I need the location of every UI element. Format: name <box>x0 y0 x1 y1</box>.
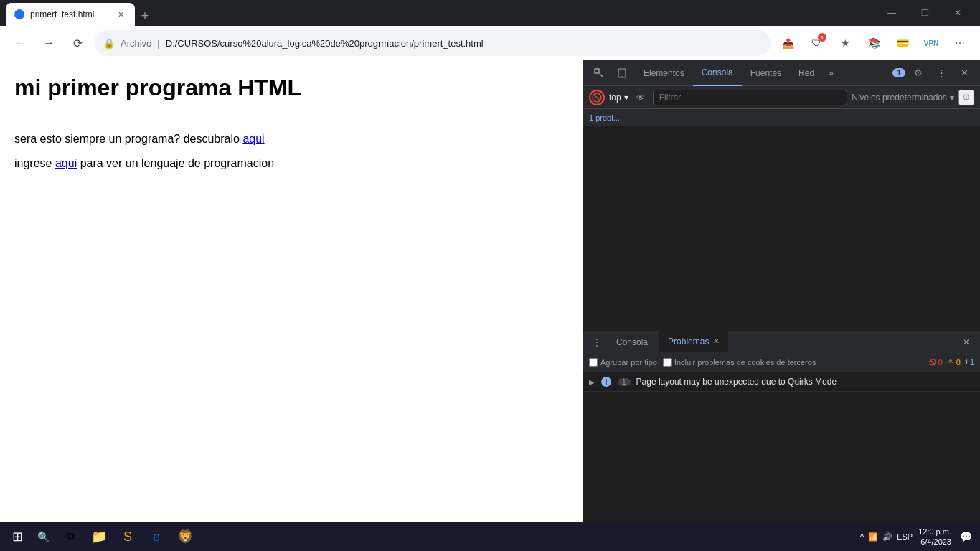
page-line2: ingrese aqui para ver un lenguaje de pro… <box>14 154 568 173</box>
taskbar-app-explorer[interactable]: 📁 <box>86 524 112 550</box>
security-icon: 🔒 <box>103 38 115 49</box>
maximize-button[interactable]: ❐ <box>908 1 941 24</box>
address-bar-wrap: 🔒 Archivo | D:/CURSOS/curso%20alura_logi… <box>95 30 771 56</box>
search-button[interactable]: 🔍 <box>32 525 55 548</box>
levels-selector[interactable]: Niveles predeterminados ▾ <box>852 93 954 103</box>
tray-volume[interactable]: 🔊 <box>882 532 892 542</box>
include-cookies-label[interactable]: Incluir problemas de cookies de terceros <box>663 358 816 367</box>
problems-count: 0 ⚠ 0 ℹ 1 <box>929 357 974 367</box>
clear-console-button[interactable] <box>589 90 605 105</box>
taskbar-app-sublime[interactable]: S <box>115 524 141 550</box>
devtools-toolbar: Elementos Consola Fuentes Red » 1 ⚙ ⋮ ✕ <box>583 60 980 86</box>
taskbar-app-edge[interactable]: e <box>143 524 169 550</box>
svg-line-9 <box>930 360 935 364</box>
devtools-right-controls: 1 ⚙ ⋮ ✕ <box>892 63 974 83</box>
tab-fuentes[interactable]: Fuentes <box>742 60 790 86</box>
menu-button[interactable]: ⋯ <box>948 32 971 55</box>
more-bottom-tabs-button[interactable]: ⋮ <box>589 334 605 350</box>
taskbar-app-taskview[interactable]: ⧉ <box>57 524 83 550</box>
share-button[interactable]: 📤 <box>776 32 799 55</box>
page-link-1[interactable]: aqui <box>242 133 264 145</box>
devtools-more-button[interactable]: ⋮ <box>931 63 951 83</box>
taskbar-app-brave[interactable]: 🦁 <box>172 524 198 550</box>
problem-row[interactable]: ▶ i 1 Page layout may be unexpected due … <box>583 372 980 392</box>
filter-input[interactable] <box>653 90 848 105</box>
bottom-tab-problemas[interactable]: Problemas ✕ <box>659 331 728 353</box>
tab-elementos[interactable]: Elementos <box>635 60 693 86</box>
group-by-type-checkbox[interactable] <box>589 358 598 367</box>
devtools-close-button[interactable]: ✕ <box>954 63 974 83</box>
problem-text: Page layout may be unexpected due to Qui… <box>636 377 837 387</box>
console-content <box>583 126 980 331</box>
tray-network[interactable]: 📶 <box>868 532 878 542</box>
close-problemas-tab[interactable]: ✕ <box>713 336 720 346</box>
tab-consola[interactable]: Consola <box>693 60 742 86</box>
problem-info-icon: i <box>601 377 611 387</box>
start-button[interactable]: ⊞ <box>6 525 29 548</box>
new-tab-button[interactable]: + <box>135 6 155 26</box>
bottom-tabs: ⋮ Consola Problemas ✕ ✕ <box>583 331 980 352</box>
devtools-tabs: Elementos Consola Fuentes Red » <box>635 60 890 86</box>
extensions-button[interactable]: 🛡 1 <box>805 32 828 55</box>
svg-line-4 <box>594 95 600 100</box>
close-bottom-panel-button[interactable]: ✕ <box>958 334 974 350</box>
inspect-element-button[interactable] <box>589 63 609 83</box>
clock[interactable]: 12:0 p.m. 6/4/2023 <box>918 527 951 547</box>
close-button[interactable]: ✕ <box>941 1 974 24</box>
page-line1: sera esto siempre un programa? descubral… <box>14 130 568 149</box>
tray-expand[interactable]: ^ <box>860 532 864 541</box>
problems-panel: Agrupar por tipo Incluir problemas de co… <box>583 352 980 551</box>
device-mode-button[interactable] <box>612 63 632 83</box>
group-by-type-label[interactable]: Agrupar por tipo <box>589 358 657 367</box>
page-content: sera esto siempre un programa? descubral… <box>14 130 568 172</box>
tab-favicon <box>14 9 24 19</box>
forward-button[interactable]: → <box>37 32 60 55</box>
info-count: ℹ 1 <box>965 357 974 367</box>
nav-right-buttons: 📤 🛡 1 ★ 📚 💳 VPN ⋯ <box>776 32 971 55</box>
bottom-tab-consola[interactable]: Consola <box>608 331 656 353</box>
browser-viewport: mi primer programa HTML sera esto siempr… <box>0 60 583 551</box>
refresh-button[interactable]: ⟳ <box>66 32 89 55</box>
problem-count-badge: 1 <box>618 378 631 386</box>
include-cookies-checkbox[interactable] <box>663 358 672 367</box>
tray-language[interactable]: ESP <box>897 532 913 541</box>
tab-bar: primert_test.html ✕ + <box>6 0 155 26</box>
minimize-button[interactable]: — <box>875 1 908 24</box>
main-area: mi primer programa HTML sera esto siempr… <box>0 60 980 551</box>
tab-close-button[interactable]: ✕ <box>115 9 126 20</box>
taskbar-right: ^ 📶 🔊 ESP 12:0 p.m. 6/4/2023 💬 <box>860 527 974 547</box>
active-tab[interactable]: primert_test.html ✕ <box>6 3 135 26</box>
taskbar: ⊞ 🔍 ⧉ 📁 S e 🦁 ^ 📶 🔊 ESP 12:0 p.m. 6/4/20… <box>0 522 980 551</box>
notification-badge: 1 <box>818 33 826 42</box>
svg-rect-1 <box>618 69 626 77</box>
favorites-button[interactable]: ★ <box>834 32 857 55</box>
problem-icon-wrap: i <box>600 377 612 387</box>
protocol-label: Archivo <box>121 38 151 49</box>
problems-toolbar: Agrupar por tipo Incluir problemas de co… <box>583 352 980 372</box>
page-title: mi primer programa HTML <box>14 75 568 101</box>
console-toolbar: top ▾ 👁 Niveles predeterminados ▾ ⚙ <box>583 86 980 109</box>
console-settings-button[interactable]: ⚙ <box>958 90 974 105</box>
devtools-badge: 1 <box>892 68 905 77</box>
eye-button[interactable]: 👁 <box>633 90 649 105</box>
issues-bar: 1 probl... <box>583 109 980 126</box>
notification-button[interactable]: 💬 <box>957 528 974 545</box>
expand-icon: ▶ <box>589 378 595 386</box>
collections-button[interactable]: 📚 <box>862 32 885 55</box>
browser-window: primert_test.html ✕ + — ❐ ✕ ← → ⟳ 🔒 Arch… <box>0 0 980 551</box>
devtools-settings-button[interactable]: ⚙ <box>908 63 928 83</box>
svg-rect-0 <box>595 69 599 73</box>
wallet-button[interactable]: 💳 <box>891 32 914 55</box>
warning-count: ⚠ 0 <box>947 357 961 367</box>
window-controls: — ❐ ✕ <box>875 1 974 24</box>
page-link-2[interactable]: aqui <box>55 157 77 169</box>
back-button[interactable]: ← <box>9 32 32 55</box>
context-selector[interactable]: top ▾ <box>609 93 628 103</box>
vpn-button[interactable]: VPN <box>920 32 943 55</box>
tab-red[interactable]: Red <box>790 60 823 86</box>
tab-title: primert_test.html <box>30 9 109 19</box>
system-tray: ^ 📶 🔊 ESP <box>860 532 913 542</box>
title-bar: primert_test.html ✕ + — ❐ ✕ <box>0 0 980 26</box>
issues-link[interactable]: 1 probl... <box>589 113 620 122</box>
more-tabs-button[interactable]: » <box>823 60 839 86</box>
